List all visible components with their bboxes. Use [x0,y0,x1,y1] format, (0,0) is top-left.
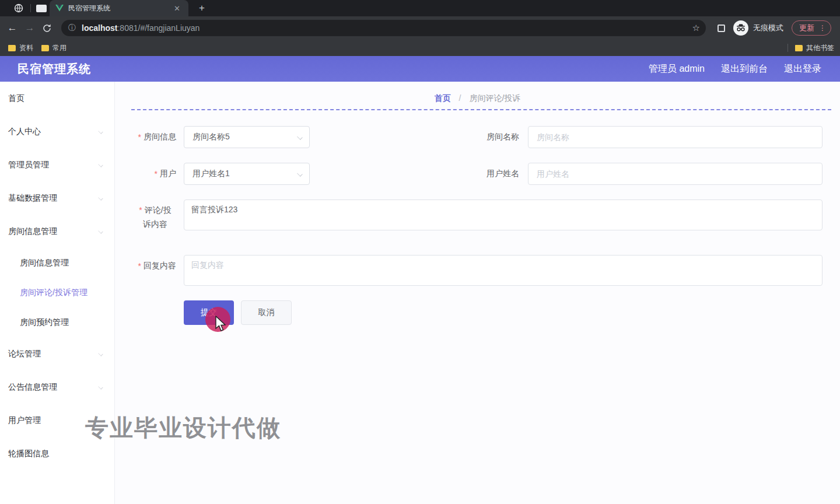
url-host: localhost [82,23,117,33]
page-info-icon[interactable]: ⓘ [68,23,76,33]
breadcrumb-separator-icon: / [459,93,461,103]
cancel-button[interactable]: 取消 [241,300,292,325]
sidebar-item[interactable]: 房间信息管理 [0,215,114,248]
bookmark-folder-2[interactable]: 常用 [41,43,66,53]
reload-icon[interactable] [42,23,52,33]
room-info-select[interactable]: 房间名称5 [184,126,310,148]
breadcrumb-current: 房间评论/投诉 [469,93,520,103]
folder-icon [8,45,16,51]
user-label: *用户 [134,163,176,185]
chevron-down-icon [297,171,303,177]
sidebar-item[interactable]: 房间信息管理 [0,248,114,278]
folder-icon [795,45,803,51]
chevron-down-icon [98,351,103,356]
browser-tab-strip: 民宿管理系统 ✕ + [0,0,840,16]
sidebar-item[interactable]: 个人中心 [0,115,114,148]
url-path: :8081/#/fangjianLiuyan [117,23,200,33]
back-icon[interactable]: ← [4,22,21,34]
incognito-window-icon [14,4,23,13]
mouse-cursor-icon [215,316,229,332]
watermark-text: 专业毕业设计代做 [85,412,281,444]
sidebar-item[interactable]: 首页 [0,82,114,115]
bookmarks-divider [788,44,788,52]
user-select[interactable]: 用户姓名1 [184,163,310,185]
vue-favicon [55,5,64,12]
chevron-down-icon [297,134,303,140]
tab-close-icon[interactable]: ✕ [172,4,183,13]
sidebar-item[interactable]: 基础数据管理 [0,181,114,215]
new-tab-button[interactable]: + [195,2,208,14]
exit-to-front-link[interactable]: 退出到前台 [721,63,768,75]
chevron-down-icon [98,195,103,200]
tab-title: 民宿管理系统 [68,4,172,13]
breadcrumb: 首页 / 房间评论/投诉 [115,93,840,104]
url-bar[interactable]: ⓘ localhost:8081/#/fangjianLiuyan ☆ [61,20,706,36]
bookmark-star-icon[interactable]: ☆ [692,23,700,33]
app-header: 民宿管理系统 管理员 admin 退出到前台 退出登录 [0,56,840,82]
forward-icon[interactable]: → [21,22,38,34]
comment-textarea[interactable]: 留言投诉123 [184,200,822,230]
chevron-down-icon [98,384,103,389]
reply-textarea[interactable] [184,255,822,286]
tab-strip-divider [30,4,31,12]
logout-link[interactable]: 退出登录 [784,63,821,75]
room-name-input[interactable] [528,126,822,148]
incognito-label: 无痕模式 [753,23,783,33]
sidebar-item[interactable]: 公告信息管理 [0,370,114,404]
dashed-divider [131,109,831,110]
page-root: 民宿管理系统 ✕ + ← → ⓘ localhost:8081/#/fangji… [0,0,840,504]
room-name-label: 房间名称 [477,126,519,148]
app-title: 民宿管理系统 [18,61,91,77]
update-browser-button[interactable]: 更新 ⋮ [792,20,831,36]
window-icon [36,5,47,12]
sidebar-item[interactable]: 房间评论/投诉管理 [0,278,114,307]
sidebar-item[interactable]: 房间预约管理 [0,307,114,337]
comment-label: *评论/投 诉内容 [134,203,176,231]
folder-icon [41,45,49,51]
incognito-badge-icon [733,20,748,36]
other-bookmarks[interactable]: 其他书签 [788,43,834,53]
browser-toolbar: ← → ⓘ localhost:8081/#/fangjianLiuyan ☆ … [0,16,840,40]
chevron-down-icon [98,229,103,233]
tab-search-icon[interactable] [718,24,725,32]
room-info-label: *房间信息 [134,126,176,148]
bookmarks-bar: 资料 常用 其他书签 [0,40,840,56]
bookmark-folder-1[interactable]: 资料 [8,43,33,53]
user-name-input[interactable] [528,163,822,185]
breadcrumb-home-link[interactable]: 首页 [435,93,451,103]
chevron-down-icon [98,162,103,167]
browser-tab[interactable]: 民宿管理系统 ✕ [50,0,188,16]
header-actions: 管理员 admin 退出到前台 退出登录 [649,63,821,75]
browser-menu-icon[interactable]: ⋮ [819,24,826,32]
current-user-label: 管理员 admin [649,63,705,75]
sidebar-item[interactable]: 论坛管理 [0,337,114,370]
user-name-label: 用户姓名 [477,163,519,185]
chevron-down-icon [98,129,103,134]
sidebar-item[interactable]: 管理员管理 [0,148,114,181]
reply-label: *回复内容 [134,255,176,277]
